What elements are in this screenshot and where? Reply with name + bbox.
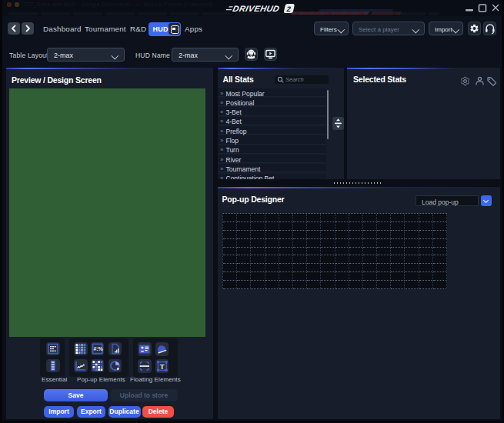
svg-text:DRIVEHUD: DRIVEHUD bbox=[232, 5, 280, 14]
svg-text:T: T bbox=[159, 362, 164, 371]
svg-text:#:%: #:% bbox=[93, 346, 103, 351]
